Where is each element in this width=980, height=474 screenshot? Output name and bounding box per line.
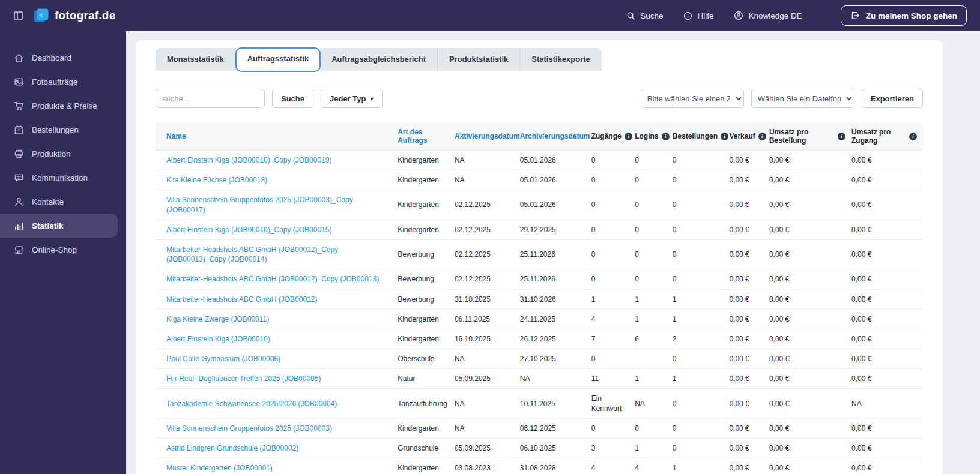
cell-umsatz-pro-zugang: 0,00 €	[851, 349, 923, 369]
cell-name: Albert Einstein Kiga (JOB00010)_Copy (JO…	[156, 151, 398, 170]
format-select[interactable]: Wählen Sie ein Dateiformat	[751, 89, 854, 108]
cell-umsatz-pro-zugang: 0,00 €	[851, 329, 923, 349]
cell-bestellungen: 0	[673, 239, 730, 269]
topnav-knowledge-label: Knowledge DE	[748, 11, 802, 20]
sidebar-item-bestellungen[interactable]: Bestellungen	[0, 118, 126, 142]
shop-icon	[14, 245, 24, 255]
job-link[interactable]: Mitarbeiter-Headshots ABC GmbH (JOB00012…	[166, 295, 317, 304]
info-icon[interactable]: i	[838, 133, 845, 140]
cell-umsatz-pro-zugang: 0,00 €	[851, 170, 923, 190]
cell-aktivierungsdatum: 02.12.2025	[455, 239, 520, 269]
cell-umsatz-pro-bestellung: 0,00 €	[769, 458, 851, 474]
job-link[interactable]: Albert Einstein Kiga (JOB00010)_Copy (JO…	[166, 226, 331, 234]
cell-name: Mitarbeiter-Headshots ABC GmbH (JOB00012…	[156, 289, 398, 309]
column-header-archivierungsdatum[interactable]: Archivierungsdatum	[520, 122, 591, 151]
topnav-search[interactable]: Suche	[626, 11, 663, 20]
search-input[interactable]	[156, 89, 265, 108]
cell-verkauf: 0,00 €	[729, 151, 769, 170]
job-link[interactable]: Astrid Lindgren Grundschule (JOB00002)	[166, 444, 298, 452]
sidebar-item-online-shop[interactable]: Online-Shop	[0, 238, 126, 262]
brand[interactable]: fotograf.de	[34, 8, 115, 23]
job-link[interactable]: Kita Kleine Füchse (JOB00018)	[166, 176, 267, 184]
sidebar-item-label: Online-Shop	[32, 245, 77, 254]
job-link[interactable]: Kiga Kleine Zwerge (JOB00011)	[166, 315, 269, 323]
column-header-art-des-auftrags[interactable]: Art des Auftrags	[398, 122, 455, 151]
sidebar-item-dashboard[interactable]: Dashboard	[0, 46, 126, 70]
job-link[interactable]: Villa Sonnenschein Gruppenfotos 2025 (JO…	[166, 424, 332, 433]
cell-verkauf: 0,00 €	[729, 309, 769, 329]
sidebar: DashboardFotoaufträgeProdukte & PreiseBe…	[0, 31, 126, 474]
cell-name: Astrid Lindgren Grundschule (JOB00002)	[156, 439, 398, 458]
box-icon	[14, 125, 24, 135]
info-icon[interactable]: i	[721, 133, 728, 140]
cell-name: Paul Colle Gymnasium (JOB00006)	[156, 349, 398, 369]
cell-bestellungen: 0	[673, 418, 730, 438]
cell-name: Kita Kleine Füchse (JOB00018)	[156, 170, 398, 190]
job-link[interactable]: Villa Sonnenschein Gruppenfotos 2025 (JO…	[166, 196, 353, 214]
job-link[interactable]: Albert Einstein Kiga (JOB00010)	[166, 335, 270, 343]
job-link[interactable]: Muster Kindergarten (JOB00001)	[166, 464, 273, 472]
cell-aktivierungsdatum: NA	[455, 170, 520, 190]
type-dropdown-button[interactable]: Jeder Typ ▾	[321, 89, 382, 108]
cell-art-des-auftrags: Kindergarten	[398, 309, 455, 329]
info-icon[interactable]: i	[758, 133, 766, 140]
cell-art-des-auftrags: Bewerbung	[398, 239, 455, 269]
info-icon[interactable]: i	[625, 133, 632, 140]
tab-auftragsstatistik[interactable]: Auftragsstatistik	[235, 47, 321, 72]
tab-monatsstatistik[interactable]: Monatsstatistik	[156, 48, 236, 71]
cell-umsatz-pro-bestellung: 0,00 €	[769, 309, 851, 329]
cell-logins: 0	[635, 269, 672, 289]
cart-icon	[14, 101, 24, 111]
cell-archivierungsdatum: 25.11.2026	[520, 239, 591, 269]
info-icon[interactable]: i	[662, 133, 670, 140]
tab-auftragsabgleichsbericht[interactable]: Auftragsabgleichsbericht	[320, 48, 438, 71]
cell-verkauf: 0,00 €	[729, 220, 769, 239]
sidebar-toggle-icon[interactable]	[13, 10, 24, 21]
sidebar-item-produktion[interactable]: Produktion	[0, 142, 126, 166]
cell-zugaenge: 3	[591, 439, 635, 458]
job-link[interactable]: Mitarbeiter-Headshots ABC GmbH (JOB00012…	[166, 275, 379, 283]
sidebar-item-kommunikation[interactable]: Kommunikation	[0, 166, 126, 190]
main-content: MonatsstatistikAuftragsstatistikAuftrags…	[126, 31, 980, 474]
column-header-aktivierungsdatum[interactable]: Aktivierungsdatum	[455, 122, 520, 151]
cell-zugaenge: 0	[591, 269, 635, 289]
cell-verkauf: 0,00 €	[729, 269, 769, 289]
go-to-shop-button[interactable]: Zu meinem Shop gehen	[841, 5, 967, 26]
info-icon[interactable]: i	[909, 133, 917, 140]
cell-bestellungen: 0	[673, 170, 730, 190]
search-button[interactable]: Suche	[272, 89, 313, 108]
topnav-help[interactable]: Hilfe	[683, 11, 713, 20]
sidebar-item-produkte-preise[interactable]: Produkte & Preise	[0, 94, 126, 118]
column-header-umsatz-pro-bestellung: Umsatz pro Bestellungi	[769, 122, 851, 151]
cell-aktivierungsdatum: NA	[455, 349, 520, 369]
cell-archivierungsdatum: 26.12.2025	[520, 329, 591, 349]
cell-logins: 0	[635, 151, 672, 170]
cell-umsatz-pro-bestellung: 0,00 €	[769, 418, 851, 438]
tab-produktstatistik[interactable]: Produktstatistik	[438, 48, 520, 71]
cell-aktivierungsdatum: NA	[455, 151, 520, 170]
job-link[interactable]: Tanzakademie Schwanensee 2025/2026 (JOB0…	[166, 400, 337, 408]
tab-statistikexporte[interactable]: Statistikexporte	[520, 48, 602, 71]
sidebar-item-fotoauftraege[interactable]: Fotoaufträge	[0, 70, 126, 94]
sidebar-item-statistik[interactable]: Statistik	[0, 214, 118, 238]
cell-zugaenge: 7	[591, 329, 635, 349]
cell-archivierungsdatum: 06.12.2025	[520, 418, 591, 438]
statistics-card: MonatsstatistikAuftragsstatistikAuftrags…	[136, 40, 943, 474]
job-link[interactable]: Fur Real- Dogfluencer-Treffen 2025 (JOB0…	[166, 374, 321, 383]
sidebar-nav: DashboardFotoaufträgeProdukte & PreiseBe…	[0, 46, 126, 262]
job-link[interactable]: Mitarbeiter-Headshots ABC GmbH (JOB00012…	[166, 245, 338, 263]
topnav-knowledge[interactable]: Knowledge DE	[734, 11, 802, 20]
column-header-name[interactable]: Name	[156, 122, 398, 151]
person-icon	[14, 197, 24, 207]
cell-art-des-auftrags: Kindergarten	[398, 170, 455, 190]
cell-aktivierungsdatum: 02.12.2025	[455, 269, 520, 289]
export-controls: Bitte wählen Sie einen Zeitraum Wählen S…	[641, 89, 923, 108]
period-select[interactable]: Bitte wählen Sie einen Zeitraum	[641, 89, 744, 108]
job-link[interactable]: Paul Colle Gymnasium (JOB00006)	[166, 355, 280, 363]
cell-archivierungsdatum: 31.08.2028	[520, 458, 591, 474]
export-button[interactable]: Exportieren	[862, 89, 923, 108]
job-link[interactable]: Albert Einstein Kiga (JOB00010)_Copy (JO…	[166, 156, 331, 164]
sidebar-item-kontakte[interactable]: Kontakte	[0, 190, 126, 214]
cell-logins: 6	[635, 329, 672, 349]
cell-art-des-auftrags: Kindergarten	[398, 418, 455, 438]
